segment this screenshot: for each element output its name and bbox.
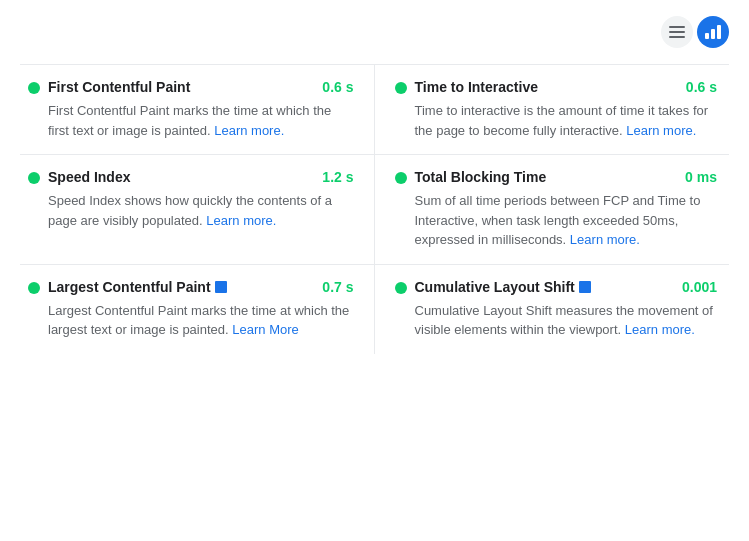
fcp-learn-more-link[interactable]: Learn more.	[214, 123, 284, 138]
fcp-content: First Contentful Paint0.6 sFirst Content…	[48, 79, 354, 140]
tbt-header: Total Blocking Time0 ms	[415, 169, 718, 185]
lcp-description: Largest Contentful Paint marks the time …	[48, 301, 354, 340]
svg-rect-3	[705, 33, 709, 39]
svg-rect-5	[717, 25, 721, 39]
si-content: Speed Index1.2 sSpeed Index shows how qu…	[48, 169, 354, 230]
list-view-button[interactable]	[661, 16, 693, 48]
tti-value: 0.6 s	[686, 79, 717, 95]
cls-title-row: Cumulative Layout Shift	[415, 279, 591, 295]
tti-title-row: Time to Interactive	[415, 79, 538, 95]
si-header: Speed Index1.2 s	[48, 169, 354, 185]
view-toggle	[661, 16, 729, 48]
lcp-status-dot	[28, 282, 40, 294]
fcp-status-dot	[28, 82, 40, 94]
cls-status-dot	[395, 282, 407, 294]
metric-item-tti: Time to Interactive0.6 sTime to interact…	[375, 64, 730, 154]
svg-rect-1	[669, 31, 685, 33]
cls-learn-more-link[interactable]: Learn more.	[625, 322, 695, 337]
chart-view-button[interactable]	[697, 16, 729, 48]
si-title-row: Speed Index	[48, 169, 130, 185]
svg-rect-4	[711, 29, 715, 39]
cls-description: Cumulative Layout Shift measures the mov…	[415, 301, 718, 340]
cls-badge-icon	[579, 281, 591, 293]
si-status-dot	[28, 172, 40, 184]
tti-header: Time to Interactive0.6 s	[415, 79, 718, 95]
lcp-content: Largest Contentful Paint0.7 sLargest Con…	[48, 279, 354, 340]
cls-header: Cumulative Layout Shift0.001	[415, 279, 718, 295]
tbt-value: 0 ms	[685, 169, 717, 185]
lcp-title: Largest Contentful Paint	[48, 279, 211, 295]
cls-content: Cumulative Layout Shift0.001Cumulative L…	[415, 279, 718, 340]
tbt-title-row: Total Blocking Time	[415, 169, 547, 185]
metric-item-fcp: First Contentful Paint0.6 sFirst Content…	[20, 64, 375, 154]
lcp-badge-icon	[215, 281, 227, 293]
fcp-title-row: First Contentful Paint	[48, 79, 190, 95]
tbt-content: Total Blocking Time0 msSum of all time p…	[415, 169, 718, 250]
lcp-header: Largest Contentful Paint0.7 s	[48, 279, 354, 295]
lab-data-header	[20, 16, 729, 48]
tbt-description: Sum of all time periods between FCP and …	[415, 191, 718, 250]
metric-item-si: Speed Index1.2 sSpeed Index shows how qu…	[20, 154, 375, 264]
si-title: Speed Index	[48, 169, 130, 185]
cls-title: Cumulative Layout Shift	[415, 279, 575, 295]
fcp-value: 0.6 s	[322, 79, 353, 95]
tti-description: Time to interactive is the amount of tim…	[415, 101, 718, 140]
metric-item-lcp: Largest Contentful Paint0.7 sLargest Con…	[20, 264, 375, 354]
metric-item-tbt: Total Blocking Time0 msSum of all time p…	[375, 154, 730, 264]
lcp-value: 0.7 s	[322, 279, 353, 295]
fcp-title: First Contentful Paint	[48, 79, 190, 95]
tbt-title: Total Blocking Time	[415, 169, 547, 185]
lcp-learn-more-link[interactable]: Learn More	[232, 322, 298, 337]
fcp-header: First Contentful Paint0.6 s	[48, 79, 354, 95]
tbt-status-dot	[395, 172, 407, 184]
si-value: 1.2 s	[322, 169, 353, 185]
tti-content: Time to Interactive0.6 sTime to interact…	[415, 79, 718, 140]
svg-rect-0	[669, 26, 685, 28]
tbt-learn-more-link[interactable]: Learn more.	[570, 232, 640, 247]
si-learn-more-link[interactable]: Learn more.	[206, 213, 276, 228]
si-description: Speed Index shows how quickly the conten…	[48, 191, 354, 230]
lcp-title-row: Largest Contentful Paint	[48, 279, 227, 295]
cls-value: 0.001	[682, 279, 717, 295]
tti-title: Time to Interactive	[415, 79, 538, 95]
metrics-grid: First Contentful Paint0.6 sFirst Content…	[20, 64, 729, 354]
tti-learn-more-link[interactable]: Learn more.	[626, 123, 696, 138]
svg-rect-2	[669, 36, 685, 38]
fcp-description: First Contentful Paint marks the time at…	[48, 101, 354, 140]
metric-item-cls: Cumulative Layout Shift0.001Cumulative L…	[375, 264, 730, 354]
tti-status-dot	[395, 82, 407, 94]
